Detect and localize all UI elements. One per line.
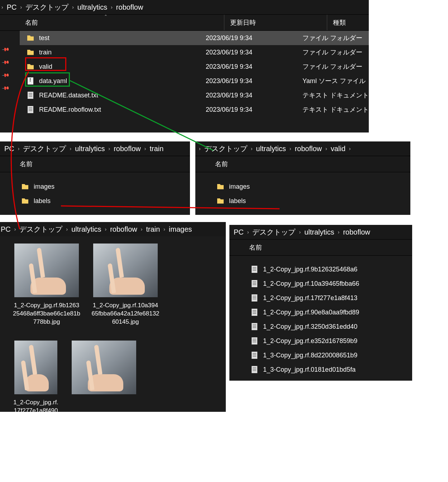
file-name: README.roboflow.txt	[39, 106, 206, 114]
crumb-images[interactable]: images	[167, 225, 194, 233]
file-name: 1_3-Copy_jpg.rf.0181ed01bd5fa	[263, 366, 356, 373]
chevron-right-icon: ›	[13, 226, 18, 232]
text-file-icon	[27, 106, 34, 113]
column-type[interactable]: 種類	[327, 15, 369, 30]
text-file-icon	[251, 337, 258, 344]
file-row[interactable]: test2023/06/19 9:34ファイル フォルダー	[20, 31, 369, 45]
image-preview	[14, 341, 57, 394]
crumb-ultralytics[interactable]: ultralytics	[254, 145, 288, 153]
file-type: ファイル フォルダー	[302, 48, 362, 57]
file-name: test	[39, 34, 206, 42]
file-row[interactable]: valid2023/06/19 9:34ファイル フォルダー	[20, 59, 369, 74]
file-name: 1_2-Copy_jpg.rf.e352d167859b9	[263, 337, 357, 345]
file-modified: 2023/06/19 9:34	[206, 77, 302, 85]
file-name: 1_2-Copy_jpg.rf.17f277e1a8f413	[263, 294, 357, 302]
explorer-valid: › デスクトップ › ultralytics › roboflow › vali…	[195, 141, 410, 215]
file-name: images	[34, 183, 54, 191]
chevron-right-icon: ›	[249, 146, 254, 151]
text-file-icon	[251, 294, 258, 302]
chevron-right-icon: ›	[107, 146, 112, 151]
crumb-pc[interactable]: PC	[1, 225, 13, 233]
file-row[interactable]: labels	[210, 194, 410, 208]
file-row[interactable]: 1_2-Copy_jpg.rf.3250d361edd40	[244, 319, 412, 334]
crumb-pc[interactable]: PC	[232, 228, 246, 236]
image-preview	[93, 244, 158, 297]
crumb-pc[interactable]: PC	[2, 145, 16, 153]
file-row[interactable]: 1_2-Copy_jpg.rf.10a39465fbba66	[244, 276, 412, 291]
crumb-ultralytics[interactable]: ultralytics	[73, 145, 107, 153]
crumb-roboflow[interactable]: roboflow	[341, 228, 372, 236]
file-row[interactable]: 1_2-Copy_jpg.rf.e352d167859b9	[244, 334, 412, 348]
folder-icon	[27, 34, 34, 42]
breadcrumb[interactable]: PC › デスクトップ › ultralytics › roboflow › t…	[0, 222, 226, 236]
crumb-roboflow[interactable]: roboflow	[111, 145, 143, 153]
column-name[interactable]: 名前	[0, 18, 224, 27]
crumb-roboflow[interactable]: roboflow	[114, 3, 146, 11]
text-file-icon	[251, 366, 258, 373]
file-row[interactable]: 1_2-Copy_jpg.rf.9b126325468a6	[244, 262, 412, 276]
image-thumb[interactable]: 1_2-Copy_jpg.rf.10a39465fbba66a42a12fe68…	[93, 244, 158, 326]
chevron-right-icon: ›	[288, 146, 293, 151]
chevron-right-icon: ›	[0, 4, 5, 10]
file-row[interactable]: 1_3-Copy_jpg.rf.0181ed01bd5fa	[244, 362, 412, 377]
image-thumb[interactable]: 1_2-Copy_jpg.rf.9b126325468a6ff3bae66c1e…	[14, 244, 79, 326]
file-type: Yaml ソース ファイル	[302, 77, 366, 85]
crumb-train[interactable]: train	[147, 145, 166, 153]
image-thumb[interactable]: 1_2-Copy_jpg.rf.17f277e1a8f4907e4da1ae32…	[14, 341, 57, 412]
file-name: README.dataset.txt	[39, 92, 206, 99]
breadcrumb[interactable]: › PC › デスクトップ › ultralytics › roboflow	[0, 0, 369, 14]
crumb-roboflow[interactable]: roboflow	[292, 145, 324, 153]
image-preview	[14, 244, 79, 297]
crumb-desktop[interactable]: デスクトップ	[21, 144, 68, 154]
crumb-desktop[interactable]: デスクトップ	[250, 227, 297, 237]
column-name[interactable]: 名前	[0, 160, 33, 168]
column-modified[interactable]: 更新日時	[224, 15, 327, 30]
thumbnail-grid: 1_2-Copy_jpg.rf.9b126325468a6ff3bae66c1e…	[0, 236, 226, 412]
column-name[interactable]: 名前	[195, 160, 228, 168]
crumb-train[interactable]: train	[144, 225, 162, 233]
crumb-desktop[interactable]: デスクトップ	[202, 144, 249, 154]
folder-icon	[22, 183, 29, 190]
file-row[interactable]: 1_2-Copy_jpg.rf.90e8a0aa9fbd89	[244, 305, 412, 319]
crumb-ultralytics[interactable]: ultralytics	[69, 225, 103, 233]
folder-icon	[217, 197, 224, 204]
crumb-desktop[interactable]: デスクトップ	[17, 225, 65, 234]
file-row[interactable]: data.yaml2023/06/19 9:34Yaml ソース ファイル	[20, 74, 369, 88]
chevron-right-icon: ›	[68, 146, 73, 151]
column-name[interactable]: 名前	[229, 243, 262, 252]
text-file-icon	[251, 266, 258, 273]
file-type: ファイル フォルダー	[302, 34, 362, 42]
crumb-roboflow[interactable]: roboflow	[108, 225, 139, 233]
crumb-desktop[interactable]: デスクトップ	[23, 3, 71, 12]
file-row[interactable]: 1_3-Copy_jpg.rf.8d220008651b9	[244, 348, 412, 362]
file-name: 1_2-Copy_jpg.rf.9b126325468a6	[263, 266, 357, 273]
breadcrumb[interactable]: › デスクトップ › ultralytics › roboflow › vali…	[195, 141, 410, 156]
image-thumb[interactable]	[72, 341, 136, 412]
chevron-right-icon: ›	[65, 226, 69, 232]
chevron-right-icon: ›	[16, 146, 21, 151]
file-row[interactable]: images	[210, 179, 410, 194]
breadcrumb[interactable]: PC › デスクトップ › ultralytics › roboflow › t…	[0, 141, 190, 156]
chevron-right-icon: ›	[297, 229, 302, 235]
file-type: ファイル フォルダー	[302, 62, 362, 71]
crumb-ultralytics[interactable]: ultralytics	[75, 3, 109, 11]
crumb-valid[interactable]: valid	[329, 145, 348, 153]
explorer-labels: PC › デスクトップ › ultralytics › roboflow 名前 …	[229, 225, 412, 381]
file-name: train	[39, 49, 206, 56]
file-row[interactable]: README.roboflow.txt2023/06/19 9:34テキスト ド…	[20, 102, 369, 117]
file-name: 1_2-Copy_jpg.rf.3250d361edd40	[263, 323, 357, 331]
file-row[interactable]: labels	[14, 194, 190, 208]
chevron-right-icon: ›	[348, 146, 352, 151]
file-row[interactable]: train2023/06/19 9:34ファイル フォルダー	[20, 45, 369, 59]
pin-icon: 📌	[1, 71, 9, 79]
crumb-pc[interactable]: PC	[5, 3, 19, 11]
file-type: テキスト ドキュメント	[302, 91, 369, 100]
image-filename: 1_2-Copy_jpg.rf.10a39465fbba66a42a12fe68…	[91, 297, 159, 326]
breadcrumb[interactable]: PC › デスクトップ › ultralytics › roboflow	[229, 225, 412, 239]
file-row[interactable]: README.dataset.txt2023/06/19 9:34テキスト ドキ…	[20, 88, 369, 102]
crumb-ultralytics[interactable]: ultralytics	[302, 228, 336, 236]
file-row[interactable]: 1_2-Copy_jpg.rf.17f277e1a8f413	[244, 291, 412, 305]
sort-caret-icon: ⌃	[104, 14, 108, 19]
file-row[interactable]: images	[14, 179, 190, 194]
column-header-row: 名前	[195, 156, 410, 172]
